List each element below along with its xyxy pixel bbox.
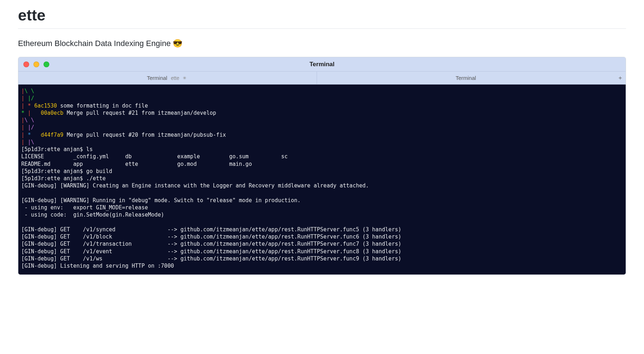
term-line: [5p1d3r:ette anjan$ go build xyxy=(21,168,112,174)
git-graph-line: \ \ xyxy=(24,88,34,94)
commit-hash: d44f7a9 xyxy=(31,132,63,138)
terminal-tab-bar: Terminal ette Terminal + xyxy=(18,72,626,85)
term-line: [GIN-debug] GET /v1/event --> github.com… xyxy=(21,248,402,255)
git-graph-line: | xyxy=(21,139,28,145)
term-line: [GIN-debug] GET /v1/synced --> github.co… xyxy=(21,226,402,233)
maximize-icon[interactable] xyxy=(44,62,49,67)
page-subtitle: Ethereum Blockchain Data Indexing Engine… xyxy=(18,29,626,57)
commit-msg: some formatting in doc file xyxy=(57,103,148,109)
commit-hash: 6ac1530 xyxy=(34,103,57,109)
term-line: LICENSE _config.yml db example go.sum sc xyxy=(21,153,288,160)
git-graph-line: |/ xyxy=(28,95,34,101)
term-line: [GIN-debug] GET /v1/block --> github.com… xyxy=(21,233,402,240)
term-line: [GIN-debug] [WARNING] Creating an Engine… xyxy=(21,182,369,189)
term-line: [GIN-debug] GET /v1/transaction --> gith… xyxy=(21,241,402,247)
term-line: - using env: export GIN_MODE=release xyxy=(21,204,148,211)
tab-sublabel: ette xyxy=(171,75,179,81)
window-controls xyxy=(23,62,49,67)
term-line: [GIN-debug] [WARNING] Running in "debug"… xyxy=(21,197,301,204)
term-line: README.md app ette go.mod main.go xyxy=(21,161,252,167)
git-graph-line: | xyxy=(21,132,28,138)
git-graph-line: | xyxy=(21,95,28,101)
git-graph-line: |\ xyxy=(28,139,34,145)
terminal-body: |\ \ | |/ | * 6ac1530 some formatting in… xyxy=(18,85,626,274)
commit-hash: 00a0ecb xyxy=(31,110,63,116)
terminal-tab-left[interactable]: Terminal ette xyxy=(18,72,317,84)
terminal-tab-right[interactable]: Terminal xyxy=(317,72,615,84)
tab-label: Terminal xyxy=(455,75,476,81)
add-tab-button[interactable]: + xyxy=(615,72,626,84)
tab-label: Terminal xyxy=(147,75,167,81)
git-graph-line: | xyxy=(28,110,31,116)
commit-msg: Merge pull request #20 from itzmeanjan/p… xyxy=(63,132,226,138)
terminal-window-title: Terminal xyxy=(309,61,335,68)
term-line: [GIN-debug] GET /v1/ws --> github.com/it… xyxy=(21,255,402,262)
loading-spinner-icon xyxy=(183,76,188,81)
term-line: [5p1d3r:ette anjan$ ls xyxy=(21,146,93,153)
git-graph-line: | xyxy=(21,117,24,123)
page-title: ette xyxy=(18,0,626,29)
term-line: [GIN-debug] Listening and serving HTTP o… xyxy=(21,263,174,269)
git-graph-line: | xyxy=(21,88,24,94)
git-graph-line: * xyxy=(21,110,28,116)
minimize-icon[interactable] xyxy=(33,62,39,67)
git-graph-line: * xyxy=(28,132,31,138)
term-line: [5p1d3r:ette anjan$ ./ette xyxy=(21,175,106,182)
term-line: - using code: gin.SetMode(gin.ReleaseMod… xyxy=(21,212,164,218)
git-graph-line: | * xyxy=(21,103,34,109)
git-graph-line: |/ xyxy=(28,124,34,131)
commit-msg: Merge pull request #21 from itzmeanjan/d… xyxy=(63,110,216,116)
close-icon[interactable] xyxy=(23,62,29,67)
terminal-title-bar: Terminal xyxy=(18,57,626,72)
terminal-window: Terminal Terminal ette Terminal + |\ \ |… xyxy=(18,57,626,275)
git-graph-line: \ \ xyxy=(24,117,34,123)
git-graph-line: | xyxy=(21,124,28,131)
